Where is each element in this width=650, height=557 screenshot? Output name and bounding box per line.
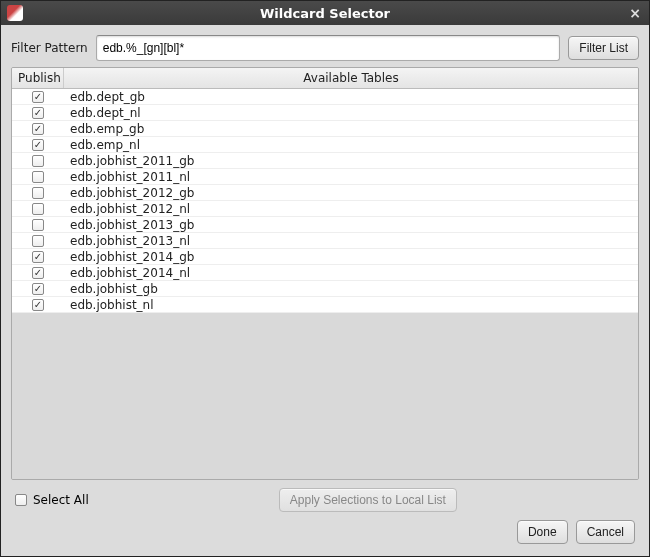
table-name-cell: edb.jobhist_nl xyxy=(64,298,638,312)
filter-label: Filter Pattern xyxy=(11,41,88,55)
publish-checkbox[interactable] xyxy=(32,251,44,263)
window: Wildcard Selector × Filter Pattern Filte… xyxy=(0,0,650,557)
table-name-cell: edb.jobhist_2011_nl xyxy=(64,170,638,184)
publish-cell xyxy=(12,187,64,199)
table-name-cell: edb.emp_gb xyxy=(64,122,638,136)
publish-cell xyxy=(12,251,64,263)
publish-checkbox[interactable] xyxy=(32,203,44,215)
table-row[interactable]: edb.dept_nl xyxy=(12,105,638,121)
publish-checkbox[interactable] xyxy=(32,171,44,183)
publish-cell xyxy=(12,139,64,151)
publish-cell xyxy=(12,123,64,135)
select-all-checkbox[interactable] xyxy=(15,494,27,506)
publish-cell xyxy=(12,91,64,103)
publish-cell xyxy=(12,155,64,167)
publish-checkbox[interactable] xyxy=(32,107,44,119)
apply-button: Apply Selections to Local List xyxy=(279,488,457,512)
table-name-cell: edb.emp_nl xyxy=(64,138,638,152)
filter-input[interactable] xyxy=(96,35,561,61)
content: Filter Pattern Filter List Publish Avail… xyxy=(1,25,649,556)
publish-checkbox[interactable] xyxy=(32,219,44,231)
table-row[interactable]: edb.jobhist_2013_gb xyxy=(12,217,638,233)
table-name-cell: edb.jobhist_2014_gb xyxy=(64,250,638,264)
close-icon[interactable]: × xyxy=(627,5,643,21)
action-row: Done Cancel xyxy=(11,518,639,546)
table-row[interactable]: edb.jobhist_2012_gb xyxy=(12,185,638,201)
table-name-cell: edb.jobhist_gb xyxy=(64,282,638,296)
table-row[interactable]: edb.jobhist_2013_nl xyxy=(12,233,638,249)
publish-checkbox[interactable] xyxy=(32,155,44,167)
table-body[interactable]: edb.dept_gbedb.dept_nledb.emp_gbedb.emp_… xyxy=(12,89,638,479)
publish-cell xyxy=(12,283,64,295)
table-row[interactable]: edb.jobhist_2014_gb xyxy=(12,249,638,265)
table-row[interactable]: edb.jobhist_2014_nl xyxy=(12,265,638,281)
publish-cell xyxy=(12,203,64,215)
select-all-label: Select All xyxy=(33,493,89,507)
table-name-cell: edb.dept_gb xyxy=(64,90,638,104)
cancel-button[interactable]: Cancel xyxy=(576,520,635,544)
table-name-cell: edb.dept_nl xyxy=(64,106,638,120)
publish-cell xyxy=(12,235,64,247)
publish-cell xyxy=(12,267,64,279)
publish-cell xyxy=(12,107,64,119)
publish-cell xyxy=(12,299,64,311)
table-name-cell: edb.jobhist_2012_nl xyxy=(64,202,638,216)
publish-checkbox[interactable] xyxy=(32,187,44,199)
table-row[interactable]: edb.emp_nl xyxy=(12,137,638,153)
publish-checkbox[interactable] xyxy=(32,267,44,279)
table-name-cell: edb.jobhist_2012_gb xyxy=(64,186,638,200)
filter-button[interactable]: Filter List xyxy=(568,36,639,60)
table-row[interactable]: edb.emp_gb xyxy=(12,121,638,137)
publish-cell xyxy=(12,219,64,231)
table-row[interactable]: edb.jobhist_2011_gb xyxy=(12,153,638,169)
app-icon xyxy=(7,5,23,21)
publish-checkbox[interactable] xyxy=(32,299,44,311)
publish-cell xyxy=(12,171,64,183)
table-name-cell: edb.jobhist_2013_nl xyxy=(64,234,638,248)
column-header-available[interactable]: Available Tables xyxy=(64,68,638,88)
table-frame: Publish Available Tables edb.dept_gbedb.… xyxy=(11,67,639,480)
table-row[interactable]: edb.jobhist_2011_nl xyxy=(12,169,638,185)
publish-checkbox[interactable] xyxy=(32,283,44,295)
table-row[interactable]: edb.jobhist_gb xyxy=(12,281,638,297)
table-name-cell: edb.jobhist_2011_gb xyxy=(64,154,638,168)
table-row[interactable]: edb.jobhist_nl xyxy=(12,297,638,313)
window-title: Wildcard Selector xyxy=(23,6,627,21)
table-name-cell: edb.jobhist_2013_gb xyxy=(64,218,638,232)
publish-checkbox[interactable] xyxy=(32,139,44,151)
publish-checkbox[interactable] xyxy=(32,235,44,247)
select-all-wrap: Select All xyxy=(15,493,89,507)
publish-checkbox[interactable] xyxy=(32,91,44,103)
table-row[interactable]: edb.dept_gb xyxy=(12,89,638,105)
publish-checkbox[interactable] xyxy=(32,123,44,135)
done-button[interactable]: Done xyxy=(517,520,568,544)
filter-row: Filter Pattern Filter List xyxy=(11,35,639,61)
table-header: Publish Available Tables xyxy=(12,68,638,89)
column-header-publish[interactable]: Publish xyxy=(12,68,64,88)
table-name-cell: edb.jobhist_2014_nl xyxy=(64,266,638,280)
footer-row: Select All Apply Selections to Local Lis… xyxy=(11,486,639,512)
table-row[interactable]: edb.jobhist_2012_nl xyxy=(12,201,638,217)
titlebar: Wildcard Selector × xyxy=(1,1,649,25)
